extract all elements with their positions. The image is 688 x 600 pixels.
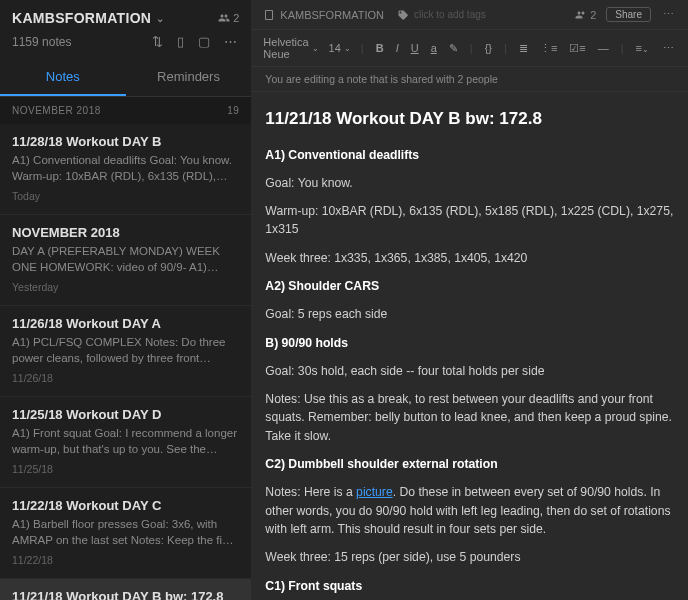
checklist-button[interactable]: ☑≡ xyxy=(567,40,587,57)
highlight-button[interactable]: ✎ xyxy=(447,40,460,57)
hr-button[interactable]: — xyxy=(596,40,611,56)
tab-reminders[interactable]: Reminders xyxy=(126,59,252,96)
chevron-down-icon: ⌄ xyxy=(156,13,164,24)
add-tags[interactable]: click to add tags xyxy=(414,9,486,20)
underline-button[interactable]: U xyxy=(409,40,421,56)
body-text[interactable]: Goal: 30s hold, each side -- four total … xyxy=(265,362,674,380)
editor-top-bar: KAMBSFORMATION click to add tags 2 Share… xyxy=(251,0,688,30)
notebook-icon xyxy=(263,9,275,21)
note-snippet: A1) PCL/FSQ COMPLEX Notes: Do three powe… xyxy=(12,335,239,366)
note-date: 11/26/18 xyxy=(12,372,239,384)
text-color-button[interactable]: a xyxy=(429,40,439,56)
chevron-down-icon: ⌄ xyxy=(344,44,351,53)
body-text[interactable]: Goal: 5 reps each side xyxy=(265,305,674,323)
section-count: 19 xyxy=(227,105,239,116)
note-item[interactable]: 11/22/18 Workout DAY C A1) Barbell floor… xyxy=(0,488,251,579)
body-text[interactable]: Week three: 15 reps (per side), use 5 po… xyxy=(265,548,674,566)
italic-button[interactable]: I xyxy=(394,40,401,56)
editor-body[interactable]: 11/21/18 Workout DAY B bw: 172.8 A1) Con… xyxy=(251,92,688,600)
editor-pane: KAMBSFORMATION click to add tags 2 Share… xyxy=(251,0,688,600)
sidebar-header: KAMBSFORMATION ⌄ 2 xyxy=(0,0,251,32)
note-item[interactable]: 11/26/18 Workout DAY A A1) PCL/FSQ COMPL… xyxy=(0,306,251,397)
chevron-down-icon: ⌄ xyxy=(312,44,319,53)
month-section-header: NOVEMBER 2018 19 xyxy=(0,97,251,124)
note-item[interactable]: 11/25/18 Workout DAY D A1) Front squat G… xyxy=(0,397,251,488)
note-count: 1159 notes xyxy=(12,35,71,49)
editor-toolbar: Helvetica Neue ⌄ 14 ⌄ | B I U a ✎ | {} |… xyxy=(251,30,688,67)
note-date: 11/25/18 xyxy=(12,463,239,475)
note-date: Today xyxy=(12,190,239,202)
editor-share-info[interactable]: 2 xyxy=(575,9,596,21)
notebook-title: KAMBSFORMATION xyxy=(12,10,151,26)
note-title: NOVEMBER 2018 xyxy=(12,225,239,240)
section-month: NOVEMBER 2018 xyxy=(12,105,101,116)
shared-notice: You are editing a note that is shared wi… xyxy=(251,67,688,92)
tag-icon xyxy=(397,9,409,21)
note-snippet: A1) Front squat Goal: I recommend a long… xyxy=(12,426,239,457)
share-count: 2 xyxy=(233,12,239,24)
body-text[interactable]: Notes: Use this as a break, to rest betw… xyxy=(265,390,674,445)
overflow-button[interactable]: ⋯ xyxy=(661,40,676,57)
body-heading[interactable]: A1) Conventional deadlifts xyxy=(265,146,674,164)
body-text[interactable]: Warm-up: 10xBAR (RDL), 6x135 (RDL), 5x18… xyxy=(265,202,674,239)
number-list-button[interactable]: ⋮≡ xyxy=(538,40,559,57)
breadcrumb-notebook[interactable]: KAMBSFORMATION xyxy=(280,9,384,21)
people-icon xyxy=(218,12,230,24)
note-date: 11/22/18 xyxy=(12,554,239,566)
notebook-share-info[interactable]: 2 xyxy=(218,12,239,24)
font-family-select[interactable]: Helvetica Neue ⌄ xyxy=(263,36,318,60)
note-item[interactable]: NOVEMBER 2018 DAY A (PREFERABLY MONDAY) … xyxy=(0,215,251,306)
body-text[interactable]: Goal: You know. xyxy=(265,174,674,192)
note-snippet: A1) Barbell floor presses Goal: 3x6, wit… xyxy=(12,517,239,548)
body-heading[interactable]: B) 90/90 holds xyxy=(265,334,674,352)
people-icon xyxy=(575,9,587,21)
tab-notes[interactable]: Notes xyxy=(0,59,126,96)
font-size-select[interactable]: 14 ⌄ xyxy=(329,42,351,54)
notes-sidebar: KAMBSFORMATION ⌄ 2 1159 notes ⇅ ▯ ▢ ⋯ No… xyxy=(0,0,251,600)
share-button[interactable]: Share xyxy=(606,7,651,22)
sort-icon[interactable]: ⇅ xyxy=(150,32,165,51)
note-snippet: A1) Conventional deadlifts Goal: You kno… xyxy=(12,153,239,184)
note-title: 11/26/18 Workout DAY A xyxy=(12,316,239,331)
code-block-button[interactable]: {} xyxy=(483,40,494,56)
sidebar-tabs: Notes Reminders xyxy=(0,59,251,97)
note-snippet: DAY A (PREFERABLY MONDAY) WEEK ONE HOMEW… xyxy=(12,244,239,275)
card-view-icon[interactable]: ▯ xyxy=(175,32,186,51)
notebook-title-button[interactable]: KAMBSFORMATION ⌄ xyxy=(12,10,165,26)
note-date: Yesterday xyxy=(12,281,239,293)
body-heading[interactable]: A2) Shoulder CARS xyxy=(265,277,674,295)
body-heading[interactable]: C2) Dumbbell shoulder external rotation xyxy=(265,455,674,473)
body-text[interactable]: Week three: 1x335, 1x365, 1x385, 1x405, … xyxy=(265,249,674,267)
picture-link[interactable]: picture xyxy=(356,485,393,499)
filter-icon[interactable]: ▢ xyxy=(196,32,212,51)
note-title: 11/22/18 Workout DAY C xyxy=(12,498,239,513)
note-title: 11/21/18 Workout DAY B bw: 172.8 xyxy=(12,589,239,600)
more-icon[interactable]: ⋯ xyxy=(222,32,239,51)
note-item[interactable]: 11/21/18 Workout DAY B bw: 172.8 A1) Con… xyxy=(0,579,251,600)
body-heading[interactable]: C1) Front squats xyxy=(265,577,674,595)
note-item[interactable]: 11/28/18 Workout DAY B A1) Conventional … xyxy=(0,124,251,215)
more-icon[interactable]: ⋯ xyxy=(661,6,676,23)
note-count-row: 1159 notes ⇅ ▯ ▢ ⋯ xyxy=(0,32,251,59)
bullet-list-button[interactable]: ≣ xyxy=(517,40,530,57)
note-title-editable[interactable]: 11/21/18 Workout DAY B bw: 172.8 xyxy=(265,106,674,132)
bold-button[interactable]: B xyxy=(374,40,386,56)
align-button[interactable]: ≡⌄ xyxy=(634,40,651,56)
note-title: 11/28/18 Workout DAY B xyxy=(12,134,239,149)
body-text[interactable]: Notes: Here is a picture. Do these in be… xyxy=(265,483,674,538)
note-list[interactable]: 11/28/18 Workout DAY B A1) Conventional … xyxy=(0,124,251,600)
note-title: 11/25/18 Workout DAY D xyxy=(12,407,239,422)
